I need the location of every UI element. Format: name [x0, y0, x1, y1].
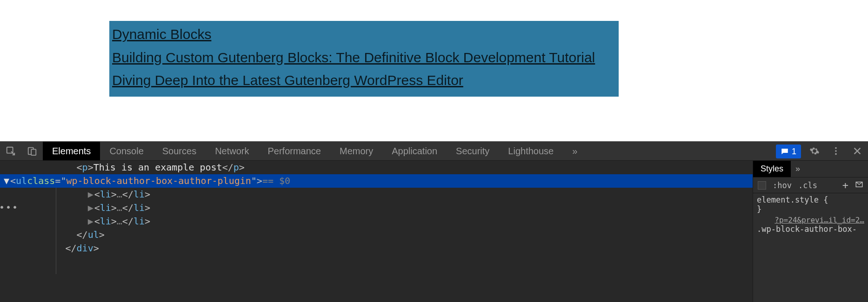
dom-line[interactable]: <p>This is an example post</p> [0, 161, 753, 174]
elements-dom-tree[interactable]: ••• <p>This is an example post</p> ▼<ul … [0, 161, 753, 302]
dom-line[interactable]: </ul> [0, 228, 753, 242]
issues-count: 1 [792, 147, 796, 157]
styles-sidebar: Styles » :hov .cls + element.style { } ?… [753, 161, 868, 302]
styles-tab[interactable]: Styles [753, 161, 791, 177]
dom-line[interactable]: </div> [0, 242, 753, 255]
tabs-overflow[interactable]: » [563, 142, 587, 160]
styles-rules[interactable]: element.style { } ?p=24&previ…il_id=2… .… [753, 193, 868, 302]
devtools-body: ••• <p>This is an example post</p> ▼<ul … [0, 161, 868, 302]
list-item: Diving Deep Into the Latest Gutenberg Wo… [109, 69, 619, 92]
svg-point-5 [835, 153, 837, 155]
styles-toolbar: :hov .cls + [753, 177, 868, 193]
tab-application[interactable]: Application [382, 142, 447, 160]
kebab-menu-icon[interactable] [825, 142, 847, 160]
computed-panel-icon[interactable] [855, 180, 863, 190]
tab-elements[interactable]: Elements [43, 142, 100, 160]
stylesheet-source-link[interactable]: ?p=24&previ…il_id=2… [757, 216, 864, 224]
close-icon[interactable] [847, 142, 868, 160]
post-link[interactable]: Building Custom Gutenberg Blocks: The De… [112, 50, 595, 65]
css-selector[interactable]: .wp-block-author-box- [757, 224, 864, 234]
list-item: Building Custom Gutenberg Blocks: The De… [109, 46, 619, 69]
devtools-panel: Elements Console Sources Network Perform… [0, 141, 868, 302]
tab-console[interactable]: Console [100, 142, 153, 160]
inspect-element-icon[interactable] [0, 142, 21, 160]
tab-network[interactable]: Network [206, 142, 258, 160]
dom-line[interactable]: ▶<li>…</li> [0, 215, 753, 228]
issues-button[interactable]: 1 [776, 144, 801, 158]
svg-point-4 [835, 150, 837, 152]
tab-performance[interactable]: Performance [259, 142, 331, 160]
filter-swatch[interactable] [758, 181, 766, 190]
new-style-rule-icon[interactable]: + [842, 179, 848, 191]
dom-line[interactable]: ▶<li>…</li> [0, 188, 753, 201]
dom-line[interactable]: ▶<li>…</li> [0, 201, 753, 215]
svg-point-3 [835, 147, 837, 149]
rendered-page: Dynamic Blocks Building Custom Gutenberg… [0, 0, 868, 141]
element-style-rule[interactable]: element.style { } [757, 195, 864, 214]
styles-tabs-overflow[interactable]: » [791, 161, 805, 177]
hov-toggle[interactable]: :hov [773, 181, 792, 190]
styles-tabstrip: Styles » [753, 161, 868, 177]
dom-line-selected[interactable]: ▼<ul class="wp-block-author-box-author-p… [0, 174, 753, 188]
cls-toggle[interactable]: .cls [798, 181, 817, 190]
list-item: Dynamic Blocks [109, 23, 619, 46]
post-link[interactable]: Diving Deep Into the Latest Gutenberg Wo… [112, 72, 463, 88]
author-plugin-block: Dynamic Blocks Building Custom Gutenberg… [109, 21, 619, 97]
tab-memory[interactable]: Memory [330, 142, 382, 160]
devtools-tabstrip: Elements Console Sources Network Perform… [0, 141, 868, 161]
tab-lighthouse[interactable]: Lighthouse [499, 142, 563, 160]
svg-rect-2 [31, 149, 36, 155]
settings-icon[interactable] [804, 142, 825, 160]
tab-sources[interactable]: Sources [153, 142, 206, 160]
tab-security[interactable]: Security [447, 142, 499, 160]
post-link[interactable]: Dynamic Blocks [112, 26, 211, 42]
device-toolbar-icon[interactable] [21, 142, 43, 160]
context-menu-icon[interactable]: ••• [0, 201, 19, 214]
